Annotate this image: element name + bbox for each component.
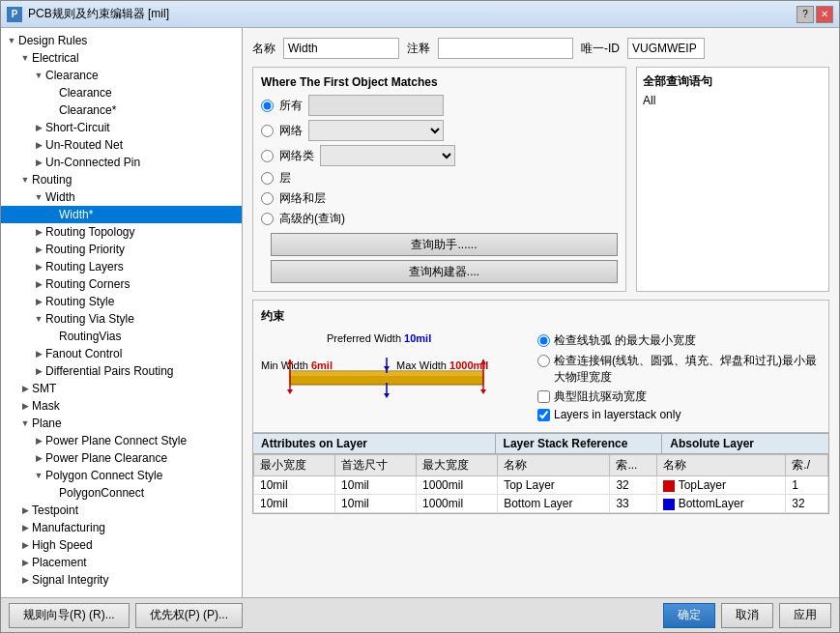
help-button[interactable]: ?	[797, 6, 814, 23]
close-button[interactable]: ✕	[816, 6, 833, 23]
tree-item-width-group[interactable]: ▼Width	[1, 188, 242, 206]
tree-item-clearance-group[interactable]: ▼Clearance	[1, 67, 242, 84]
tree-item-clearance-star[interactable]: Clearance*	[1, 101, 242, 119]
constraint-radio-1[interactable]	[537, 334, 550, 347]
tree-item-routing-vias[interactable]: RoutingVias	[1, 328, 242, 345]
tree-item-design-rules[interactable]: ▼Design Rules	[1, 32, 242, 49]
all-dropdown[interactable]	[308, 95, 444, 116]
radio-net-row: 网络	[261, 120, 618, 141]
abs-name-text: BottomLayer	[679, 497, 744, 510]
cancel-btn[interactable]: 取消	[721, 603, 773, 628]
tree-item-width-selected[interactable]: Width*	[1, 206, 242, 223]
tree-item-clearance[interactable]: Clearance	[1, 84, 242, 101]
tree-item-polygon-connect[interactable]: ▼Polygon Connect Style	[1, 467, 242, 484]
tree-item-testpoint[interactable]: ▶Testpoint	[1, 502, 242, 519]
preferred-width-value: 10mil	[404, 332, 431, 344]
radio-net-label: 网络	[279, 123, 303, 139]
tree-item-routing-topology[interactable]: ▶Routing Topology	[1, 223, 242, 241]
tree-item-placement[interactable]: ▶Placement	[1, 554, 242, 571]
name-row: 名称 注释 唯一-ID	[252, 38, 829, 59]
rule-wizard-btn[interactable]: 规则向导(R) (R)...	[9, 603, 130, 628]
full-query-text: All	[643, 94, 823, 107]
tree-item-electrical[interactable]: ▼Electrical	[1, 49, 242, 67]
col-preferred: 首选尺寸	[335, 455, 417, 476]
radio-netandlayer[interactable]	[261, 192, 274, 205]
tree-expander-differential-pairs: ▶	[32, 364, 45, 378]
tree-item-routing[interactable]: ▼Routing	[1, 171, 242, 188]
tree-label-power-plane-clearance: Power Plane Clearance	[45, 451, 167, 465]
net-dropdown[interactable]	[308, 120, 444, 141]
tree-label-routing-corners: Routing Corners	[45, 277, 130, 291]
tree-expander-high-speed: ▶	[18, 538, 32, 552]
tree-item-routing-style[interactable]: ▶Routing Style	[1, 293, 242, 310]
tree-item-un-routed-net[interactable]: ▶Un-Routed Net	[1, 136, 242, 154]
netclass-dropdown[interactable]	[320, 145, 455, 166]
tree-label-routing-via-style: Routing Via Style	[45, 312, 134, 326]
table-section2: Layer Stack Reference	[496, 434, 663, 453]
tree-item-differential-pairs[interactable]: ▶Differential Pairs Routing	[1, 362, 242, 380]
table-row[interactable]: 10mil10mil1000milTop Layer32TopLayer1	[254, 476, 828, 495]
tree-item-routing-layers[interactable]: ▶Routing Layers	[1, 258, 242, 275]
where-title: Where The First Object Matches	[261, 75, 618, 89]
tree-item-manufacturing[interactable]: ▶Manufacturing	[1, 519, 242, 536]
note-input[interactable]	[438, 38, 573, 59]
radio-netclass-row: 网络类	[261, 145, 618, 166]
svg-marker-11	[384, 393, 390, 398]
name-input[interactable]	[283, 38, 399, 59]
tree-label-routing-vias: RoutingVias	[59, 330, 122, 343]
col-index: 索...	[610, 455, 656, 476]
tree-label-differential-pairs: Differential Pairs Routing	[45, 364, 174, 378]
uid-input[interactable]	[627, 38, 705, 59]
tree-item-un-connected-pin[interactable]: ▶Un-Connected Pin	[1, 154, 242, 171]
radio-net[interactable]	[261, 125, 274, 137]
track-svg	[261, 358, 512, 398]
checkbox-layers[interactable]	[537, 409, 550, 421]
query-builder-btn[interactable]: 查询构建器....	[271, 260, 618, 283]
tree-item-routing-priority[interactable]: ▶Routing Priority	[1, 241, 242, 258]
tree-expander-fanout-control: ▶	[32, 347, 45, 360]
table-row[interactable]: 10mil10mil1000milBottom Layer33BottomLay…	[254, 495, 828, 513]
tree-item-mask[interactable]: ▶Mask	[1, 397, 242, 415]
tree-expander-routing: ▼	[18, 173, 32, 187]
radio-all[interactable]	[261, 100, 274, 112]
tree-item-routing-via-style[interactable]: ▼Routing Via Style	[1, 310, 242, 328]
table-header-sections: Attributes on Layer Layer Stack Referenc…	[253, 434, 828, 454]
tree-label-routing-layers: Routing Layers	[45, 260, 124, 273]
tree-label-high-speed: High Speed	[32, 538, 93, 552]
tree-item-smt[interactable]: ▶SMT	[1, 380, 242, 397]
tree-item-plane[interactable]: ▼Plane	[1, 415, 242, 432]
radio-advanced[interactable]	[261, 213, 274, 225]
tree-item-power-plane-connect[interactable]: ▶Power Plane Connect Style	[1, 432, 242, 449]
ok-btn[interactable]: 确定	[663, 603, 715, 628]
tree-item-fanout-control[interactable]: ▶Fanout Control	[1, 345, 242, 362]
tree-item-high-speed[interactable]: ▶High Speed	[1, 536, 242, 554]
radio-netclass[interactable]	[261, 150, 274, 162]
radio-layer-row: 层	[261, 170, 618, 187]
tree-expander-routing-vias	[45, 330, 59, 343]
checkbox-layers-label: Layers in layerstack only	[554, 408, 681, 421]
apply-btn[interactable]: 应用	[779, 603, 831, 628]
bottom-bar: 规则向导(R) (R)... 优先权(P) (P)... 确定 取消 应用	[1, 597, 839, 632]
priorities-btn[interactable]: 优先权(P) (P)...	[135, 603, 243, 628]
table-section3: Absolute Layer	[662, 434, 828, 453]
tree-expander-power-plane-connect: ▶	[32, 434, 45, 447]
checkbox-typical[interactable]	[537, 390, 550, 403]
tree-item-polygon-connect-item[interactable]: PolygonConnect	[1, 484, 242, 502]
checkbox-typical-row: 典型阻抗驱动宽度	[537, 388, 821, 405]
constraint-radio-2[interactable]	[537, 355, 550, 367]
tree-expander-smt: ▶	[18, 382, 32, 395]
title-buttons: ? ✕	[797, 6, 833, 23]
tree-item-power-plane-clearance[interactable]: ▶Power Plane Clearance	[1, 449, 242, 467]
svg-marker-4	[287, 360, 293, 364]
tree-item-signal-integrity[interactable]: ▶Signal Integrity	[1, 571, 242, 589]
query-helper-btn[interactable]: 查询助手......	[271, 233, 618, 256]
tree-item-short-circuit[interactable]: ▶Short-Circuit	[1, 119, 242, 136]
tree-expander-width-selected	[45, 208, 59, 221]
tree-item-routing-corners[interactable]: ▶Routing Corners	[1, 275, 242, 293]
tree-label-un-routed-net: Un-Routed Net	[45, 138, 123, 152]
tree-panel[interactable]: ▼Design Rules▼Electrical▼ClearanceCleara…	[1, 28, 243, 597]
col-max-width: 最大宽度	[417, 455, 498, 476]
constraint-radio-2-label: 检查连接铜(线轨、圆弧、填充、焊盘和过孔)最小最大物理宽度	[554, 353, 821, 386]
radio-layer[interactable]	[261, 172, 274, 185]
radio-netclass-label: 网络类	[279, 148, 314, 164]
